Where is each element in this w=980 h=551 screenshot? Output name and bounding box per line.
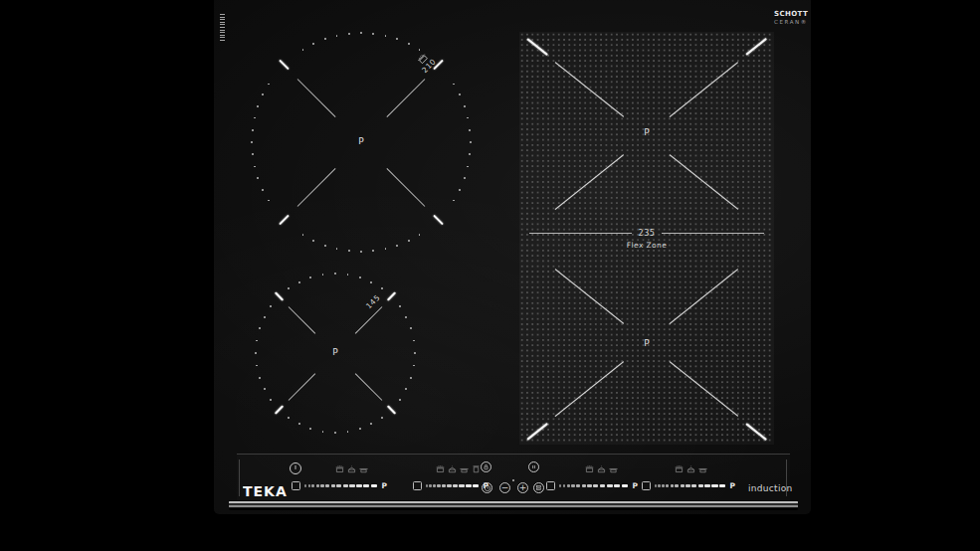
power-level-mark[interactable] xyxy=(453,484,458,486)
power-boost-label[interactable]: P xyxy=(484,481,490,490)
power-level-mark[interactable] xyxy=(336,484,341,486)
power-level-mark[interactable] xyxy=(459,484,465,486)
power-level-mark[interactable] xyxy=(371,484,378,486)
power-level-mark[interactable] xyxy=(316,484,319,486)
power-boost-label[interactable]: P xyxy=(730,481,736,490)
zone-perimeter-dot xyxy=(469,153,471,155)
power-level-marks[interactable] xyxy=(655,484,726,488)
zone-cross-line xyxy=(386,168,425,207)
power-slider-front-left[interactable]: P xyxy=(292,480,387,491)
lock-button[interactable] xyxy=(481,461,491,472)
flex-front-power-label: P xyxy=(637,338,657,348)
flex-cross-line xyxy=(555,154,625,210)
zone-perimeter-dot xyxy=(309,428,311,430)
zone-cross-line xyxy=(297,80,336,118)
flex-bridge-icon xyxy=(535,484,542,491)
power-slider-front-right[interactable]: P xyxy=(642,480,735,491)
power-slider-rear-left[interactable]: P xyxy=(413,480,489,491)
cooking-function-icons xyxy=(585,465,618,473)
power-level-mark[interactable] xyxy=(571,484,574,486)
power-level-marks[interactable] xyxy=(559,484,629,488)
power-level-mark[interactable] xyxy=(698,484,703,486)
zone-perimeter-dot xyxy=(360,32,362,34)
power-level-mark[interactable] xyxy=(331,484,335,486)
zone-indicator-rear-right[interactable] xyxy=(546,481,555,490)
power-level-mark[interactable] xyxy=(704,484,710,486)
minus-button[interactable]: − xyxy=(499,482,510,493)
power-level-mark[interactable] xyxy=(614,484,620,486)
zone-cross-line xyxy=(297,168,336,207)
power-level-mark[interactable] xyxy=(304,484,306,486)
power-level-mark[interactable] xyxy=(442,484,446,486)
power-slider-rear-right[interactable]: P xyxy=(546,480,638,491)
zone-perimeter-dot xyxy=(268,84,270,86)
power-level-mark[interactable] xyxy=(593,484,598,486)
power-level-mark[interactable] xyxy=(429,484,432,486)
power-level-mark[interactable] xyxy=(433,484,436,486)
power-level-mark[interactable] xyxy=(675,484,679,486)
zone-power-label: P xyxy=(325,347,345,357)
zone-indicator-front-left[interactable] xyxy=(292,481,300,490)
zone-perimeter-dot xyxy=(254,117,256,119)
power-level-mark[interactable] xyxy=(576,484,580,486)
control-panel: TEKA xyxy=(237,454,790,501)
zone-perimeter-dot xyxy=(385,248,387,250)
power-level-mark[interactable] xyxy=(473,484,480,486)
power-level-mark[interactable] xyxy=(356,484,362,486)
power-level-mark[interactable] xyxy=(320,484,324,486)
power-level-mark[interactable] xyxy=(349,484,354,486)
zone-cross-line xyxy=(386,80,425,118)
zone-perimeter-dot xyxy=(360,251,362,253)
power-level-mark[interactable] xyxy=(426,484,428,486)
power-level-marks[interactable] xyxy=(304,484,378,488)
flex-zone-name: Flex Zone xyxy=(519,241,774,250)
power-level-mark[interactable] xyxy=(662,484,665,486)
power-level-mark[interactable] xyxy=(447,484,452,486)
power-boost-label[interactable]: P xyxy=(633,481,639,490)
zone-indicator-rear-left[interactable] xyxy=(413,481,422,490)
power-level-mark[interactable] xyxy=(437,484,441,486)
zone-perimeter-dot xyxy=(372,33,374,35)
power-button[interactable] xyxy=(290,462,301,474)
power-level-mark[interactable] xyxy=(671,484,675,486)
power-level-mark[interactable] xyxy=(466,484,472,486)
power-level-mark[interactable] xyxy=(343,484,348,486)
power-level-mark[interactable] xyxy=(658,484,660,486)
power-level-mark[interactable] xyxy=(666,484,669,486)
flex-bridge-button[interactable] xyxy=(533,482,544,493)
power-level-mark[interactable] xyxy=(686,484,690,486)
power-level-mark[interactable] xyxy=(563,484,565,486)
pause-button[interactable] xyxy=(528,461,539,472)
zone-perimeter-dot xyxy=(372,250,374,252)
power-boost-label[interactable]: P xyxy=(382,481,388,490)
zone-perimeter-dot xyxy=(288,417,290,419)
zone-indicator-front-right[interactable] xyxy=(642,481,651,490)
power-level-marks[interactable] xyxy=(426,484,480,488)
flex-cross-line xyxy=(670,154,739,210)
power-level-mark[interactable] xyxy=(567,484,570,486)
power-level-mark[interactable] xyxy=(600,484,605,486)
power-level-mark[interactable] xyxy=(607,484,613,486)
pot-icon xyxy=(585,465,594,473)
power-level-mark[interactable] xyxy=(587,484,591,486)
power-level-mark[interactable] xyxy=(311,484,314,486)
zone-perimeter-dot xyxy=(470,141,472,143)
power-level-mark[interactable] xyxy=(582,484,586,486)
power-level-mark[interactable] xyxy=(559,484,561,486)
zone-perimeter-dot xyxy=(347,431,349,433)
flex-cross-line xyxy=(670,62,739,117)
power-level-mark[interactable] xyxy=(363,484,369,486)
power-level-mark[interactable] xyxy=(691,484,696,486)
power-level-mark[interactable] xyxy=(681,484,685,486)
power-level-mark[interactable] xyxy=(325,484,329,486)
plus-button[interactable]: + xyxy=(517,482,528,493)
power-level-mark[interactable] xyxy=(655,484,657,486)
zone-perimeter-dot xyxy=(453,200,455,202)
power-level-mark[interactable] xyxy=(711,484,717,486)
power-level-mark[interactable] xyxy=(719,484,726,486)
zone-perimeter-dot xyxy=(408,240,410,242)
lid-pot-icon xyxy=(686,465,695,473)
power-level-mark[interactable] xyxy=(308,484,310,486)
pan-icon xyxy=(609,465,618,473)
power-level-mark[interactable] xyxy=(622,484,629,486)
